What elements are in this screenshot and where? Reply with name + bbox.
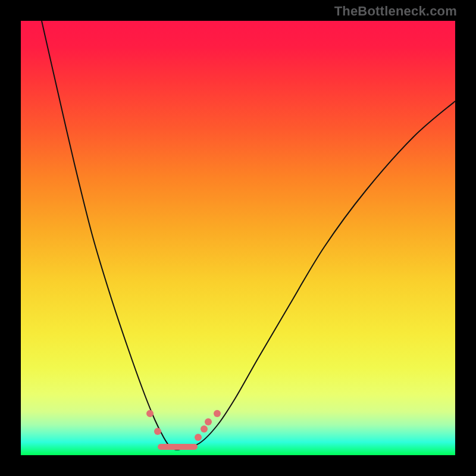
curve-marker-dot xyxy=(214,410,221,417)
plot-area xyxy=(21,21,455,455)
bottleneck-curve xyxy=(42,21,455,450)
curve-svg xyxy=(21,21,455,455)
attribution-label: TheBottleneck.com xyxy=(334,4,457,19)
curve-marker-dot xyxy=(195,434,202,441)
chart-container: TheBottleneck.com xyxy=(0,0,476,476)
curve-marker-dot xyxy=(205,418,212,425)
curve-marker-dot xyxy=(201,425,208,433)
curve-marker-dot xyxy=(154,428,161,435)
curve-marker-dot xyxy=(146,410,154,417)
